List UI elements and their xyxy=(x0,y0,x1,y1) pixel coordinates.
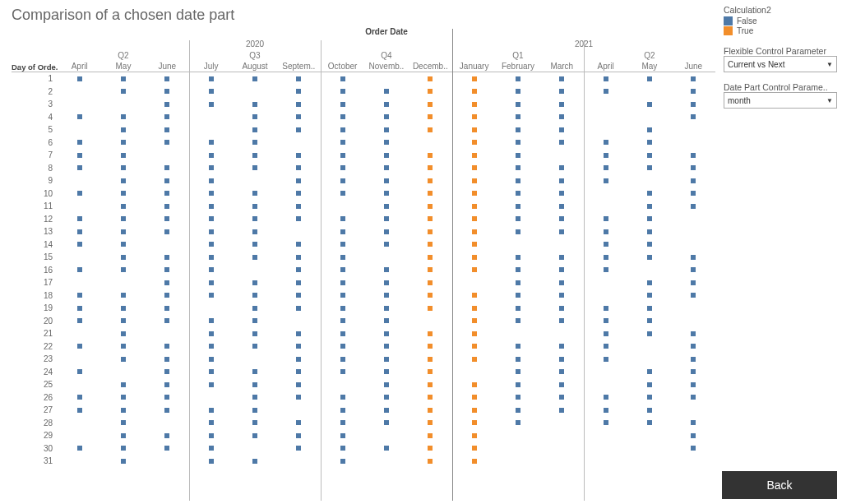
mark-false[interactable] xyxy=(691,357,696,362)
mark-false[interactable] xyxy=(164,293,169,298)
mark-false[interactable] xyxy=(559,89,564,94)
mark-false[interactable] xyxy=(77,76,82,81)
mark-false[interactable] xyxy=(559,408,564,413)
mark-false[interactable] xyxy=(691,102,696,107)
mark-false[interactable] xyxy=(77,369,82,374)
mark-false[interactable] xyxy=(516,140,520,145)
mark-false[interactable] xyxy=(77,191,82,196)
mark-false[interactable] xyxy=(77,229,82,234)
mark-false[interactable] xyxy=(121,140,126,145)
mark-false[interactable] xyxy=(384,204,389,209)
mark-false[interactable] xyxy=(121,242,126,247)
mark-false[interactable] xyxy=(121,344,126,349)
mark-false[interactable] xyxy=(516,408,520,413)
mark-false[interactable] xyxy=(647,216,652,221)
mark-false[interactable] xyxy=(121,76,126,81)
mark-false[interactable] xyxy=(604,395,608,400)
mark-false[interactable] xyxy=(164,191,169,196)
mark-false[interactable] xyxy=(77,114,82,119)
mark-false[interactable] xyxy=(121,433,126,438)
mark-false[interactable] xyxy=(384,165,389,170)
mark-false[interactable] xyxy=(691,382,696,387)
mark-false[interactable] xyxy=(559,395,564,400)
mark-false[interactable] xyxy=(691,76,696,81)
mark-false[interactable] xyxy=(384,395,389,400)
mark-false[interactable] xyxy=(691,153,696,158)
mark-false[interactable] xyxy=(296,191,301,196)
mark-false[interactable] xyxy=(516,344,520,349)
mark-false[interactable] xyxy=(296,446,301,451)
mark-false[interactable] xyxy=(296,216,301,221)
mark-false[interactable] xyxy=(559,140,564,145)
mark-true[interactable] xyxy=(428,229,433,234)
mark-false[interactable] xyxy=(691,420,696,425)
mark-false[interactable] xyxy=(340,395,345,400)
mark-false[interactable] xyxy=(384,102,389,107)
mark-false[interactable] xyxy=(296,153,301,158)
mark-false[interactable] xyxy=(384,293,389,298)
mark-false[interactable] xyxy=(164,382,169,387)
mark-false[interactable] xyxy=(121,318,126,323)
mark-false[interactable] xyxy=(691,293,696,298)
mark-false[interactable] xyxy=(604,267,608,272)
mark-false[interactable] xyxy=(604,216,608,221)
mark-false[interactable] xyxy=(164,306,169,311)
mark-false[interactable] xyxy=(209,318,214,323)
mark-false[interactable] xyxy=(296,114,301,119)
mark-false[interactable] xyxy=(647,255,652,260)
mark-true[interactable] xyxy=(472,395,477,400)
mark-false[interactable] xyxy=(296,331,301,336)
mark-false[interactable] xyxy=(164,408,169,413)
mark-true[interactable] xyxy=(428,114,433,119)
mark-false[interactable] xyxy=(296,280,301,285)
mark-false[interactable] xyxy=(384,242,389,247)
mark-true[interactable] xyxy=(428,127,433,132)
mark-false[interactable] xyxy=(691,89,696,94)
mark-false[interactable] xyxy=(77,395,82,400)
mark-false[interactable] xyxy=(121,420,126,425)
mark-false[interactable] xyxy=(516,76,520,81)
mark-false[interactable] xyxy=(516,306,520,311)
mark-true[interactable] xyxy=(472,446,477,451)
mark-false[interactable] xyxy=(121,446,126,451)
legend-item-true[interactable]: True xyxy=(724,26,837,35)
mark-false[interactable] xyxy=(121,89,126,94)
mark-false[interactable] xyxy=(559,229,564,234)
mark-false[interactable] xyxy=(691,369,696,374)
mark-false[interactable] xyxy=(604,89,608,94)
mark-false[interactable] xyxy=(384,216,389,221)
mark-false[interactable] xyxy=(559,216,564,221)
mark-true[interactable] xyxy=(428,408,433,413)
mark-false[interactable] xyxy=(252,420,257,425)
mark-false[interactable] xyxy=(340,178,345,183)
mark-false[interactable] xyxy=(384,382,389,387)
mark-false[interactable] xyxy=(209,102,214,107)
mark-false[interactable] xyxy=(209,267,214,272)
mark-false[interactable] xyxy=(604,318,608,323)
mark-false[interactable] xyxy=(516,178,520,183)
mark-false[interactable] xyxy=(559,127,564,132)
mark-false[interactable] xyxy=(252,318,257,323)
mark-true[interactable] xyxy=(472,459,477,464)
mark-false[interactable] xyxy=(209,420,214,425)
mark-false[interactable] xyxy=(252,293,257,298)
mark-false[interactable] xyxy=(77,242,82,247)
mark-true[interactable] xyxy=(428,357,433,362)
mark-false[interactable] xyxy=(164,216,169,221)
mark-true[interactable] xyxy=(472,229,477,234)
mark-false[interactable] xyxy=(121,127,126,132)
mark-false[interactable] xyxy=(691,344,696,349)
mark-false[interactable] xyxy=(384,408,389,413)
mark-false[interactable] xyxy=(121,114,126,119)
mark-true[interactable] xyxy=(428,204,433,209)
mark-false[interactable] xyxy=(252,408,257,413)
mark-false[interactable] xyxy=(121,229,126,234)
mark-false[interactable] xyxy=(340,369,345,374)
mark-false[interactable] xyxy=(209,433,214,438)
legend-item-false[interactable]: False xyxy=(724,16,837,25)
mark-false[interactable] xyxy=(647,127,652,132)
mark-false[interactable] xyxy=(516,165,520,170)
mark-false[interactable] xyxy=(384,446,389,451)
mark-false[interactable] xyxy=(121,204,126,209)
mark-false[interactable] xyxy=(647,280,652,285)
